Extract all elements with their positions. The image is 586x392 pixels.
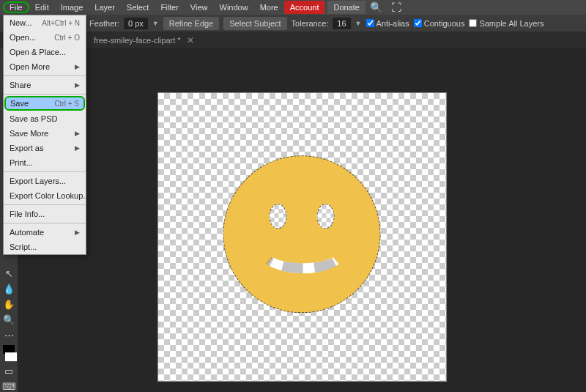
menu-separator (4, 75, 86, 76)
submenu-arrow-icon: ▶ (75, 63, 80, 70)
menu-item-automate[interactable]: Automate▶ (4, 225, 86, 240)
menu-shortcut: Ctrl + O (54, 34, 80, 42)
document-tab[interactable]: free-smiley-face-clipart * ✕ (88, 33, 200, 48)
document-tabs: free-smiley-face-clipart * ✕ (0, 32, 586, 48)
menu-item-label: Save as PSD (10, 114, 57, 123)
menu-layer[interactable]: Layer (89, 1, 121, 13)
anti-alias-checkbox[interactable]: Anti-alias (366, 19, 409, 28)
menu-separator (4, 171, 86, 172)
menu-item-label: New... (10, 18, 32, 27)
select-subject-button[interactable]: Select Subject (223, 17, 286, 30)
close-tab-icon[interactable]: ✕ (187, 35, 194, 45)
canvas[interactable] (157, 92, 447, 382)
menu-more[interactable]: More (254, 1, 284, 13)
menu-filter[interactable]: Filter (155, 1, 184, 13)
menu-item-file-info[interactable]: File Info... (4, 207, 86, 221)
menu-item-share[interactable]: Share▶ (4, 78, 86, 92)
feather-dropdown-icon[interactable]: ▼ (152, 20, 159, 27)
zoom-tool-icon[interactable]: 🔍 (1, 314, 16, 325)
menu-item-label: Save (10, 99, 29, 108)
tab-title: free-smiley-face-clipart * (94, 36, 181, 45)
menubar: File Edit Image Layer Select Filter View… (0, 0, 586, 15)
menu-item-script[interactable]: Script... (4, 240, 86, 254)
tolerance-value[interactable]: 16 (333, 18, 350, 29)
menu-item-open-more[interactable]: Open More▶ (4, 59, 86, 74)
donate-button[interactable]: Donate (327, 1, 365, 14)
menu-item-export-as[interactable]: Export as▶ (4, 141, 86, 155)
smiley-eye-left (270, 204, 287, 229)
menu-item-label: Share (10, 81, 31, 89)
menu-item-label: Open & Place... (10, 48, 66, 56)
hand-tool-icon[interactable]: ✋ (1, 299, 16, 310)
menu-item-label: Open More (10, 62, 50, 71)
menu-item-open-place[interactable]: Open & Place... (4, 45, 86, 59)
menu-item-label: Print... (10, 158, 33, 167)
menu-item-label: Export as (10, 144, 43, 152)
search-icon[interactable]: 🔍 (366, 1, 387, 13)
menu-item-label: Automate (10, 228, 44, 237)
tolerance-label: Tolerance: (292, 19, 329, 28)
menu-select[interactable]: Select (121, 1, 155, 13)
submenu-arrow-icon: ▶ (75, 144, 80, 152)
menu-item-label: Script... (10, 243, 37, 251)
menu-item-save-more[interactable]: Save More▶ (4, 126, 86, 141)
canvas-area (18, 48, 586, 392)
menu-separator (4, 204, 86, 205)
menu-item-label: Open... (10, 33, 36, 42)
menu-item-print[interactable]: Print... (4, 155, 86, 170)
refine-edge-button[interactable]: Refine Edge (163, 17, 220, 30)
menu-window[interactable]: Window (214, 1, 254, 13)
submenu-arrow-icon: ▶ (75, 130, 80, 137)
menu-item-open[interactable]: Open...Ctrl + O (4, 30, 86, 45)
menu-item-save[interactable]: SaveCtrl + S (4, 96, 85, 111)
keyboard-icon[interactable]: ⌨ (1, 381, 16, 392)
sample-all-checkbox[interactable]: Sample All Layers (469, 19, 544, 28)
blur-tool-icon[interactable]: 💧 (1, 284, 16, 295)
menu-separator (4, 223, 86, 223)
menu-file[interactable]: File (3, 1, 29, 13)
menu-item-label: Save More (10, 129, 48, 138)
options-bar: Feather: 0 px ▼ Refine Edge Select Subje… (0, 15, 586, 32)
more-tools-icon[interactable]: ⋯ (1, 330, 16, 341)
fullscreen-icon[interactable]: ⛶ (387, 1, 406, 13)
contiguous-checkbox[interactable]: Contiguous (414, 19, 465, 28)
menu-item-label: File Info... (10, 210, 45, 218)
menu-shortcut: Alt+Ctrl + N (42, 19, 80, 27)
menu-item-export-color-lookup[interactable]: Export Color Lookup... (4, 188, 86, 203)
menu-shortcut: Ctrl + S (54, 100, 79, 108)
smiley-eye-right (317, 204, 335, 229)
quickmask-icon[interactable]: ▭ (1, 366, 16, 377)
account-button[interactable]: Account (284, 1, 325, 14)
smiley-shape (223, 155, 381, 313)
menu-view[interactable]: View (185, 1, 214, 13)
move-tool-icon[interactable]: ↖ (1, 268, 16, 279)
feather-label: Feather: (89, 19, 119, 28)
tolerance-dropdown-icon[interactable]: ▼ (355, 20, 362, 27)
menu-item-label: Export Layers... (10, 177, 66, 185)
menu-item-save-as-psd[interactable]: Save as PSD (4, 111, 86, 126)
menu-edit[interactable]: Edit (29, 1, 55, 13)
submenu-arrow-icon: ▶ (75, 229, 80, 236)
menu-item-label: Export Color Lookup... (10, 191, 89, 200)
submenu-arrow-icon: ▶ (75, 81, 80, 89)
feather-value[interactable]: 0 px (124, 18, 148, 29)
menu-image[interactable]: Image (55, 1, 89, 13)
file-menu-dropdown: New...Alt+Ctrl + NOpen...Ctrl + OOpen & … (3, 15, 86, 255)
background-swatch[interactable] (5, 352, 17, 361)
menu-separator (4, 94, 86, 95)
menu-item-new[interactable]: New...Alt+Ctrl + N (4, 15, 86, 30)
smiley-mouth (259, 229, 347, 273)
menu-item-export-layers[interactable]: Export Layers... (4, 174, 86, 188)
